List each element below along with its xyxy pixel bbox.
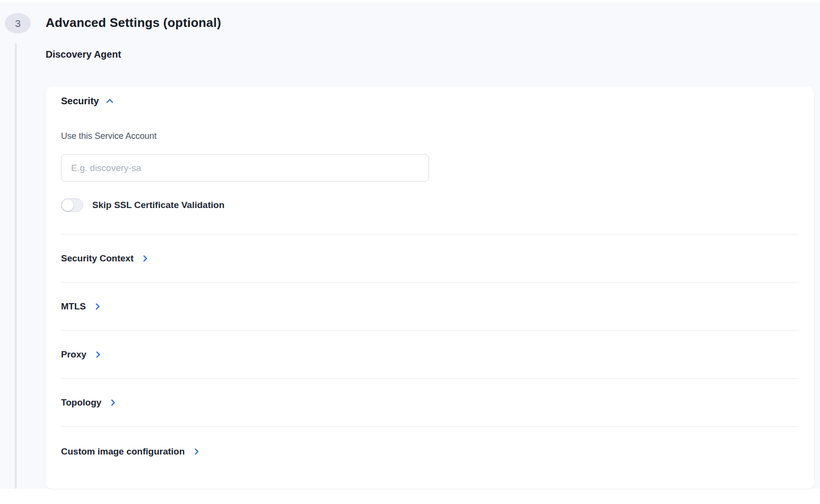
section-label: Topology [61, 397, 101, 408]
chevron-up-icon [105, 97, 114, 106]
section-row-proxy[interactable]: Proxy [61, 330, 799, 378]
skip-ssl-toggle[interactable] [61, 198, 83, 212]
step-number: 3 [15, 18, 21, 29]
collapsed-sections-list: Security Context MTLS Proxy [61, 234, 799, 476]
skip-ssl-toggle-row: Skip SSL Certificate Validation [61, 198, 224, 212]
advanced-settings-step: 3 Advanced Settings (optional) Discovery… [0, 2, 820, 489]
security-section-toggle[interactable]: Security [61, 94, 114, 108]
section-label: Custom image configuration [61, 446, 185, 457]
section-label: MTLS [61, 301, 86, 312]
section-label: Proxy [61, 349, 86, 360]
step-guide-line [15, 43, 17, 489]
discovery-agent-heading: Discovery Agent [46, 49, 121, 60]
chevron-right-icon [141, 254, 149, 263]
section-row-security-context[interactable]: Security Context [61, 234, 799, 282]
chevron-right-icon [94, 350, 102, 359]
step-number-badge: 3 [5, 13, 31, 34]
discovery-agent-settings-card: Security Use this Service Account Skip S… [46, 86, 814, 489]
section-row-custom-image-configuration[interactable]: Custom image configuration [61, 426, 799, 476]
service-account-label: Use this Service Account [61, 130, 799, 142]
toggle-knob [62, 199, 73, 211]
chevron-right-icon [192, 447, 201, 456]
chevron-right-icon [109, 398, 117, 407]
skip-ssl-label: Skip SSL Certificate Validation [92, 200, 224, 210]
section-row-topology[interactable]: Topology [61, 378, 799, 426]
security-section-title: Security [61, 96, 99, 107]
section-label: Security Context [61, 253, 134, 264]
step-title: Advanced Settings (optional) [46, 15, 221, 30]
chevron-right-icon [93, 302, 102, 311]
service-account-input[interactable] [61, 154, 429, 182]
section-row-mtls[interactable]: MTLS [61, 282, 799, 330]
